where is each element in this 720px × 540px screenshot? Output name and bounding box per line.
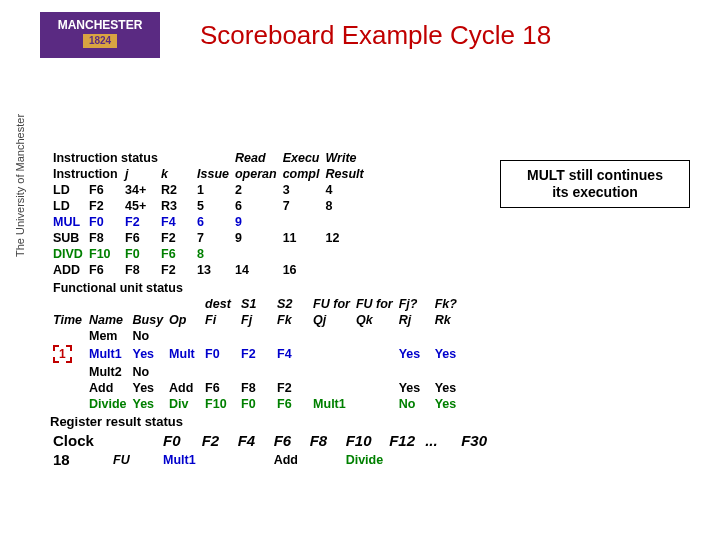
inst-cell-op: DIVD	[50, 246, 86, 262]
fu-cell-op: Div	[166, 396, 202, 412]
inst-cell-k: F6	[158, 246, 194, 262]
col-s1-h: S1	[238, 296, 274, 312]
fu-cell-rk	[432, 328, 468, 344]
fu-cell-qk	[353, 344, 396, 364]
inst-cell-write	[323, 214, 367, 230]
inst-cell-exec: 7	[280, 198, 323, 214]
fu-cell-time	[50, 328, 86, 344]
col-fj: Fj	[238, 312, 274, 328]
inst-cell-dest: F6	[86, 182, 122, 198]
inst-cell-exec: 16	[280, 262, 323, 278]
fu-cell-time: 1	[50, 344, 86, 364]
fu-row: DivideYesDivF10F0F6Mult1NoYes	[50, 396, 468, 412]
fu-cell-time	[50, 396, 86, 412]
fu-cell-qk	[353, 396, 396, 412]
inst-cell-dest: F2	[86, 198, 122, 214]
inst-cell-write: 12	[323, 230, 367, 246]
fu-cell-fj: F2	[238, 344, 274, 364]
reg-col-value: Mult1	[160, 450, 199, 469]
fu-cell-name: Mult2	[86, 364, 130, 380]
inst-cell-write	[323, 262, 367, 278]
fu-cell-fi	[202, 364, 238, 380]
inst-cell-dest: F10	[86, 246, 122, 262]
reg-col-value	[235, 450, 271, 469]
reg-col-value	[422, 450, 458, 469]
inst-row: MULF0F2F469	[50, 214, 367, 230]
reg-col-header: F10	[343, 431, 387, 450]
fu-cell-qj	[310, 380, 353, 396]
inst-cell-k: F2	[158, 230, 194, 246]
university-logo: MANCHESTER 1824	[40, 12, 160, 58]
fu-cell-busy: Yes	[130, 380, 167, 396]
fu-status-header: Functional unit status	[50, 280, 468, 296]
col-result: Result	[323, 166, 367, 182]
col-write: Write	[323, 150, 367, 166]
clock-label: Clock	[50, 431, 110, 450]
fu-cell-fi: F0	[202, 344, 238, 364]
inst-row: LDF245+R35678	[50, 198, 367, 214]
inst-row: SUBF8F6F2791112	[50, 230, 367, 246]
inst-cell-issue: 5	[194, 198, 232, 214]
inst-cell-j: F0	[122, 246, 158, 262]
fu-cell-name: Add	[86, 380, 130, 396]
fu-row: MemNo	[50, 328, 468, 344]
inst-row: LDF634+R21234	[50, 182, 367, 198]
fu-cell-rj: No	[396, 396, 432, 412]
fu-cell-busy: No	[130, 364, 167, 380]
col-rk: Rk	[432, 312, 468, 328]
inst-cell-read: 9	[232, 214, 280, 230]
fu-cell-rj	[396, 364, 432, 380]
fu-cell-fk: F4	[274, 344, 310, 364]
inst-cell-issue: 13	[194, 262, 232, 278]
fu-cell-qj	[310, 364, 353, 380]
inst-cell-issue: 1	[194, 182, 232, 198]
col-instruction: Instruction	[50, 166, 122, 182]
register-result-table: Clock F0F2F4F6F8F10F12...F30 18 FU Mult1…	[50, 431, 494, 469]
col-fkq-h: Fk?	[432, 296, 468, 312]
fu-cell-busy: Yes	[130, 344, 167, 364]
inst-cell-exec: 3	[280, 182, 323, 198]
inst-cell-issue: 6	[194, 214, 232, 230]
fu-row: AddYesAddF6F8F2YesYes	[50, 380, 468, 396]
inst-cell-j: F8	[122, 262, 158, 278]
fu-cell-qj	[310, 328, 353, 344]
fu-cell-fk: F2	[274, 380, 310, 396]
reg-col-header: F4	[235, 431, 271, 450]
fu-cell-rk	[432, 364, 468, 380]
inst-cell-k: F4	[158, 214, 194, 230]
fu-cell-busy: Yes	[130, 396, 167, 412]
fu-cell-fj: F8	[238, 380, 274, 396]
fu-cell-op: Mult	[166, 344, 202, 364]
functional-unit-table: Functional unit status dest S1 S2 FU for…	[50, 280, 468, 412]
col-time: Time	[50, 312, 86, 328]
logo-year: 1824	[83, 34, 117, 48]
reg-col-value	[307, 450, 343, 469]
fu-cell-qk	[353, 380, 396, 396]
fu-cell-fk: F6	[274, 396, 310, 412]
reg-status-header: Register result status	[50, 414, 494, 429]
fu-cell-rj	[396, 328, 432, 344]
col-s2-h: S2	[274, 296, 310, 312]
reg-col-value	[386, 450, 422, 469]
inst-cell-k: R2	[158, 182, 194, 198]
scoreboard-content: Instruction status Read Execu Write Inst…	[50, 150, 494, 469]
col-busy: Busy	[130, 312, 167, 328]
inst-cell-op: ADD	[50, 262, 86, 278]
inst-cell-op: LD	[50, 182, 86, 198]
cycle-marker: 1	[53, 345, 72, 363]
fu-cell-fi: F10	[202, 396, 238, 412]
col-read: Read	[232, 150, 280, 166]
fu-cell-fk	[274, 328, 310, 344]
fu-cell-qj	[310, 344, 353, 364]
slide-title: Scoreboard Example Cycle 18	[200, 20, 551, 51]
fu-cell-fj: F0	[238, 396, 274, 412]
inst-cell-op: MUL	[50, 214, 86, 230]
inst-cell-k: R3	[158, 198, 194, 214]
reg-col-value: Add	[271, 450, 307, 469]
fu-cell-rk: Yes	[432, 380, 468, 396]
inst-cell-issue: 7	[194, 230, 232, 246]
reg-col-value	[458, 450, 494, 469]
col-dest-h: dest	[202, 296, 238, 312]
col-fi: Fi	[202, 312, 238, 328]
annotation-box: MULT still continues its execution	[500, 160, 690, 208]
